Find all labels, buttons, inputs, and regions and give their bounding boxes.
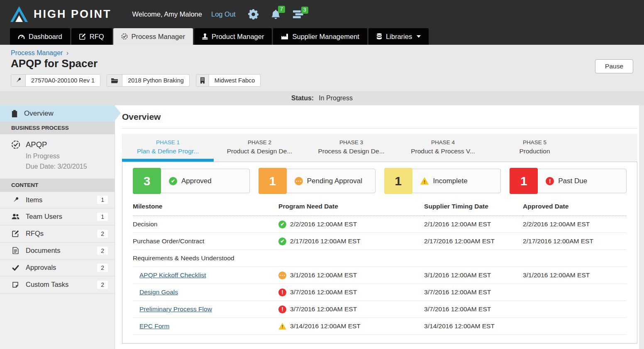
sidebar-item-label: RFQs — [26, 230, 44, 238]
sidebar-item-rfqs[interactable]: RFQs 2 — [0, 225, 115, 242]
nav-tab-label: Process Manager — [132, 33, 185, 41]
gear-icon[interactable] — [248, 9, 259, 19]
program-chip[interactable]: 2018 Python Braking — [107, 74, 190, 87]
nav-tab-libraries[interactable]: Libraries — [368, 28, 429, 45]
main-heading: Overview — [122, 109, 637, 128]
sidebar-item-approvals[interactable]: Approvals 2 — [0, 259, 115, 276]
page-header: Process Manager › APQP for Spacer 27570A… — [0, 45, 644, 91]
sidebar-item-label: Custom Tasks — [26, 281, 68, 288]
milestone-name: Purchase Order/Contract — [133, 233, 278, 250]
program-need-date: 2/17/2016 12:00AM EST — [290, 238, 361, 245]
approved-date — [523, 301, 627, 318]
supplier-timing-date: 3/7/2016 12:00AM EST — [424, 284, 523, 301]
milestone-link[interactable]: Design Goals — [139, 288, 178, 296]
item-chip-label: 27570A0-200100 Rev 1 — [26, 75, 100, 86]
database-icon — [376, 33, 382, 40]
program-need-date: 3/7/2016 12:00AM EST — [290, 288, 357, 296]
tasks-icon[interactable]: 3 — [293, 10, 304, 19]
clipboard-icon — [11, 110, 18, 117]
note-icon — [11, 281, 20, 288]
phase-panel: 3 ✔ Approved 1 ⋯ Pending Approval — [122, 162, 637, 344]
sidebar-item-items[interactable]: Items 1 — [0, 191, 115, 208]
nav-tab-dashboard[interactable]: Dashboard — [10, 28, 70, 45]
count-badge: 2 — [97, 247, 108, 255]
sidebar-item-overview[interactable]: Overview — [0, 105, 115, 121]
ellipsis-circle-icon: ⋯ — [278, 271, 286, 279]
dashboard-icon — [18, 34, 25, 39]
table-row: EPC Form !3/14/2016 12:00AM EST 3/14/201… — [133, 318, 627, 335]
supplier-timing-date: 2/17/2016 12:00AM EST — [424, 233, 523, 250]
phase-tab-4[interactable]: PHASE 4 Product & Process V... — [397, 134, 489, 162]
phase-name: Plan & Define Progr... — [122, 148, 214, 155]
bell-icon[interactable]: 7 — [271, 9, 281, 19]
supplier-timing-date: 3/7/2016 12:00AM EST — [424, 301, 523, 318]
phase-label: PHASE 3 — [305, 139, 397, 145]
highpoint-logo[interactable]: HIGH POINT — [10, 6, 112, 22]
top-header: HIGH POINT Welcome, Amy Malone Log Out 7… — [0, 0, 644, 28]
pause-button[interactable]: Pause — [595, 59, 633, 73]
stamp-icon — [202, 33, 208, 40]
column-header-program-need-date: Program Need Date — [278, 199, 424, 216]
logo-triangle-icon — [10, 6, 28, 22]
approved-date: 2/17/2016 12:00AM EST — [523, 233, 627, 250]
breadcrumb-separator-icon: › — [66, 49, 68, 56]
process-status: In Progress — [26, 151, 109, 162]
phase-label: PHASE 4 — [397, 139, 489, 145]
table-row: Design Goals !3/7/2016 12:00AM EST 3/7/2… — [133, 284, 627, 301]
exclamation-circle-icon: ! — [546, 177, 554, 185]
sidebar-content-items: Items 1 Team Users 1 — [0, 191, 115, 293]
milestone-link[interactable]: APQP Kickoff Checklist — [139, 271, 206, 279]
phase-label: PHASE 2 — [214, 139, 305, 145]
phase-tab-5[interactable]: PHASE 5 Production — [489, 134, 581, 162]
sidebar-item-documents[interactable]: Documents 2 — [0, 242, 115, 259]
sidebar-item-team-users[interactable]: Team Users 1 — [0, 208, 115, 225]
column-header-supplier-timing-date: Supplier Timing Date — [424, 199, 523, 216]
past-due-count: 1 — [510, 168, 538, 194]
chevron-down-icon — [417, 35, 421, 38]
supplier-timing-date: 3/1/2016 12:00AM EST — [424, 267, 523, 284]
page-body: Overview BUSINESS PROCESS APQP In Progre… — [0, 105, 644, 349]
check-circle-icon: ✔ — [169, 177, 177, 185]
pending-count: 1 — [259, 168, 287, 194]
supplier-chip[interactable]: Midwest Fabco — [196, 74, 261, 87]
phase-tab-1[interactable]: PHASE 1 Plan & Define Progr... — [122, 134, 214, 162]
document-icon — [11, 247, 20, 254]
phase-tabs: PHASE 1 Plan & Define Progr... PHASE 2 P… — [122, 134, 637, 162]
card-approved: 3 ✔ Approved — [133, 169, 250, 193]
nav-tab-process-manager[interactable]: Process Manager — [113, 28, 193, 45]
nav-tab-supplier-management[interactable]: Supplier Management — [273, 28, 367, 45]
phase-name: Production — [489, 148, 581, 155]
screw-icon — [11, 75, 26, 86]
nav-tab-rfq[interactable]: RFQ — [71, 28, 112, 45]
table-row: Preliminary Process Flow !3/7/2016 12:00… — [133, 301, 627, 318]
phase-name: Product & Design De... — [214, 148, 305, 155]
program-need-date: 2/2/2016 12:00AM EST — [290, 221, 357, 228]
card-label: Past Due — [558, 177, 587, 185]
breadcrumb[interactable]: Process Manager › — [11, 49, 68, 56]
milestone-name: Decision — [133, 216, 278, 233]
status-value: In Progress — [319, 95, 353, 102]
phase-tab-2[interactable]: PHASE 2 Product & Design De... — [214, 134, 305, 162]
sidebar-section-content: CONTENT — [0, 179, 115, 191]
phase-tab-3[interactable]: PHASE 3 Process & Design De... — [305, 134, 397, 162]
logout-link[interactable]: Log Out — [211, 10, 236, 18]
nav-tab-label: Product Manager — [212, 33, 264, 41]
sidebar-process-apqp[interactable]: APQP — [11, 140, 109, 149]
exclamation-circle-icon: ! — [278, 305, 286, 313]
process-name: APQP — [26, 140, 47, 149]
approved-count: 3 — [133, 168, 161, 194]
right-margin-strip — [639, 105, 644, 349]
milestone-link[interactable]: EPC Form — [139, 322, 169, 330]
approved-date — [523, 284, 627, 301]
table-row: APQP Kickoff Checklist ⋯3/1/2016 12:00AM… — [133, 267, 627, 284]
notifications-badge: 7 — [278, 6, 285, 13]
nav-tab-product-manager[interactable]: Product Manager — [194, 28, 272, 45]
count-badge: 2 — [97, 230, 108, 238]
count-badge: 2 — [97, 264, 108, 272]
breadcrumb-link[interactable]: Process Manager — [11, 49, 63, 56]
sidebar-item-custom-tasks[interactable]: Custom Tasks 2 — [0, 276, 115, 293]
milestone-link[interactable]: Preliminary Process Flow — [139, 305, 212, 313]
edit-icon — [79, 33, 86, 40]
logo-text: HIGH POINT — [34, 8, 112, 21]
item-chip[interactable]: 27570A0-200100 Rev 1 — [11, 74, 100, 87]
